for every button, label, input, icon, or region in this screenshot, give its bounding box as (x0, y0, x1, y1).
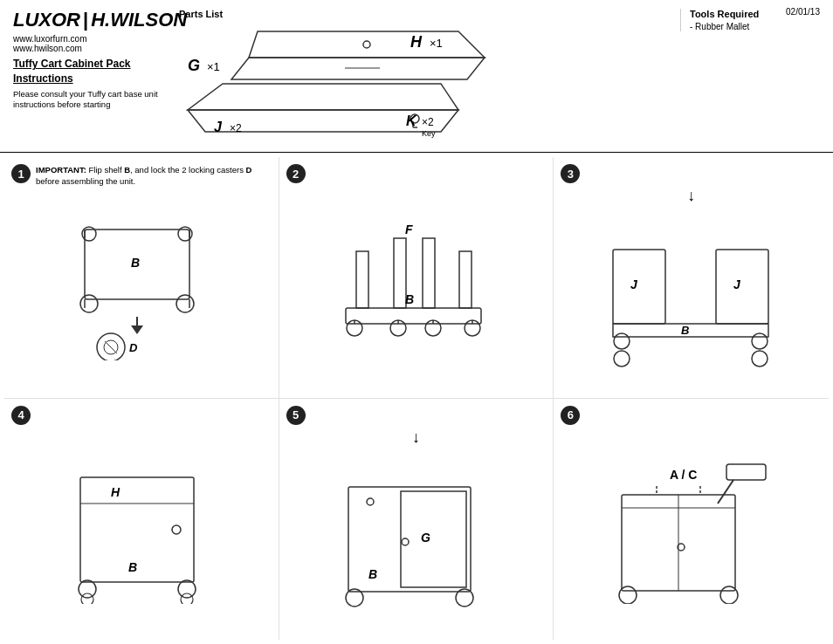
steps-grid: 1 IMPORTANT: Flip shelf B, and lock the … (0, 153, 833, 644)
step-3: 3 ↓ J J B (554, 157, 829, 399)
svg-point-64 (79, 580, 96, 598)
svg-point-58 (752, 351, 768, 367)
step-6-image: A / C (561, 428, 822, 637)
parts-illustration: G ×1 H ×1 (179, 23, 511, 145)
svg-text:×2: ×2 (230, 122, 242, 134)
step-4-illustration: H B (63, 460, 220, 604)
step-5: 5 ↓ G B (279, 399, 554, 641)
step-2-image: F B (286, 187, 547, 394)
parts-diagram: G ×1 H ×1 (179, 23, 511, 145)
svg-rect-35 (356, 251, 368, 308)
product-description: Please consult your Tuffy cart base unit… (13, 89, 162, 111)
svg-marker-29 (131, 325, 143, 334)
svg-point-6 (363, 41, 370, 48)
svg-text:B: B (131, 256, 140, 270)
step-3-illustration: J J B (604, 232, 779, 367)
svg-rect-36 (394, 238, 406, 308)
svg-point-56 (752, 333, 768, 349)
svg-point-70 (402, 538, 409, 545)
svg-point-66 (81, 593, 93, 604)
step-5-image: G B (286, 447, 547, 637)
date-text: 02/01/13 (786, 7, 820, 17)
svg-text:B: B (405, 292, 414, 306)
svg-text:J: J (733, 277, 741, 291)
svg-line-32 (105, 341, 117, 353)
svg-marker-8 (188, 84, 458, 110)
logo-box: LUXOR | H.WILSON (13, 9, 162, 31)
website-2: www.hwilson.com (13, 44, 162, 53)
step-1-image: B D (11, 191, 272, 394)
svg-text:G: G (188, 57, 200, 74)
svg-text:×2: ×2 (422, 116, 434, 128)
step-5-illustration: G B (335, 474, 497, 609)
svg-point-61 (172, 525, 181, 534)
svg-rect-69 (401, 491, 466, 587)
step-1-illustration: B D (63, 225, 220, 360)
title-section: Tuffy Cart Cabinet Pack Instructions Ple… (13, 57, 162, 110)
svg-text:G: G (421, 531, 430, 545)
step-4: 4 H B (4, 399, 279, 641)
svg-text:D: D (129, 341, 138, 354)
svg-point-57 (614, 351, 630, 367)
tools-item-1: - Rubber Mallet (690, 22, 820, 31)
svg-text:F: F (405, 223, 413, 236)
step-3-number: 3 (561, 164, 580, 183)
parts-section: Parts List G ×1 H ×1 (162, 9, 680, 145)
website-1: www.luxorfurn.com (13, 34, 162, 44)
svg-text:J: J (630, 277, 638, 291)
content-area: 1 IMPORTANT: Flip shelf B, and lock the … (0, 153, 833, 644)
step-4-number: 4 (11, 406, 31, 425)
svg-point-71 (367, 498, 374, 505)
svg-rect-37 (423, 238, 435, 308)
svg-point-20 (176, 295, 194, 312)
svg-text:B: B (128, 560, 137, 574)
step-6-illustration: A / C (604, 460, 779, 604)
svg-text:B: B (681, 324, 689, 337)
step-6: 6 A / C (554, 399, 829, 641)
svg-rect-34 (346, 308, 481, 324)
step-5-number: 5 (286, 406, 306, 425)
svg-text:B: B (368, 567, 377, 581)
step-1-text: IMPORTANT: Flip shelf B, and lock the 2 … (36, 164, 272, 188)
product-title: Tuffy Cart Cabinet Pack Instructions (13, 57, 162, 86)
svg-point-83 (619, 586, 637, 604)
step-4-image: H B (11, 428, 272, 637)
svg-point-84 (720, 586, 738, 604)
svg-line-78 (718, 480, 733, 504)
step-1-number: 1 (11, 164, 31, 183)
svg-text:K: K (406, 113, 417, 128)
step-1: 1 IMPORTANT: Flip shelf B, and lock the … (4, 157, 279, 399)
svg-point-19 (80, 295, 98, 312)
svg-point-55 (614, 333, 630, 349)
step-3-image: J J B (561, 205, 822, 394)
svg-point-65 (178, 580, 196, 598)
svg-text:H: H (111, 485, 120, 499)
parts-list-label: Parts List (179, 9, 223, 19)
svg-rect-51 (716, 250, 768, 324)
svg-text:×1: ×1 (430, 37, 443, 50)
svg-marker-4 (249, 31, 485, 58)
svg-text:H: H (410, 33, 423, 51)
svg-rect-38 (459, 251, 472, 308)
svg-text:Key: Key (422, 129, 436, 138)
header: LUXOR | H.WILSON www.luxorfurn.com www.h… (0, 0, 833, 153)
svg-text:J: J (214, 120, 223, 134)
logo-section: LUXOR | H.WILSON www.luxorfurn.com www.h… (13, 9, 162, 110)
step-2: 2 F B (279, 157, 554, 399)
step-2-illustration: F B (328, 216, 503, 365)
svg-text:A / C: A / C (670, 468, 697, 482)
step-2-number: 2 (286, 164, 306, 183)
website-links: www.luxorfurn.com www.hwilson.com (13, 34, 162, 53)
svg-rect-53 (613, 324, 768, 337)
svg-point-67 (181, 593, 193, 604)
logo-divider: | (83, 9, 88, 31)
step-6-number: 6 (561, 406, 580, 425)
svg-rect-49 (613, 250, 665, 324)
logo-luxor: LUXOR (13, 9, 80, 31)
svg-text:×1: ×1 (207, 60, 220, 73)
svg-rect-77 (726, 464, 766, 480)
